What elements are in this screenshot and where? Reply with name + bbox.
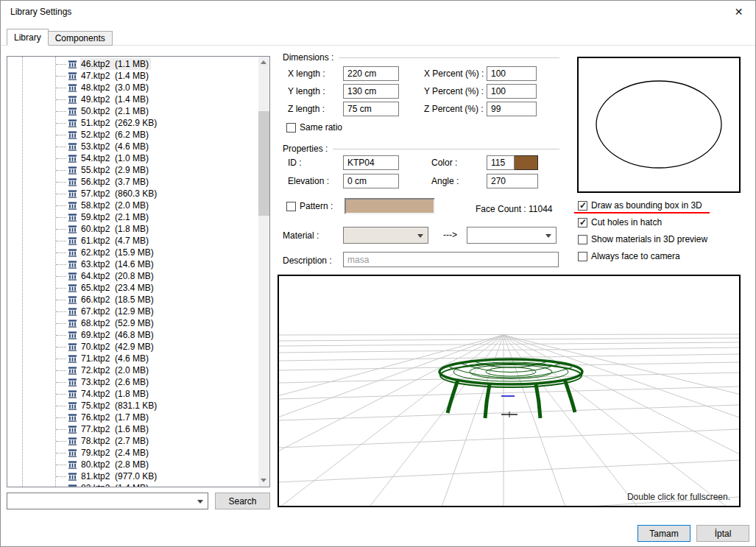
3d-preview-viewport[interactable]: Double click for fullscreen. bbox=[278, 275, 741, 507]
description-input[interactable] bbox=[343, 252, 559, 267]
tab-components[interactable]: Components bbox=[48, 31, 113, 46]
always-face-camera-label: Always face to camera bbox=[591, 251, 680, 261]
list-item[interactable]: 49.ktp2 (1.4 MB) bbox=[7, 93, 258, 105]
file-label: 64.ktp2 (20.8 MB) bbox=[80, 270, 156, 282]
list-item[interactable]: 59.ktp2 (2.1 MB) bbox=[7, 211, 258, 223]
scrollbar-thumb[interactable] bbox=[258, 111, 269, 216]
search-button[interactable]: Search bbox=[215, 493, 270, 509]
list-item[interactable]: 68.ktp2 (52.9 MB) bbox=[7, 317, 258, 329]
list-item[interactable]: 71.ktp2 (4.6 MB) bbox=[7, 353, 258, 364]
file-label: 67.ktp2 (12.9 MB) bbox=[80, 306, 156, 317]
z-length-input[interactable] bbox=[343, 102, 399, 116]
list-scrollbar[interactable] bbox=[258, 57, 269, 487]
cancel-button[interactable]: İptal bbox=[696, 525, 749, 542]
list-item[interactable]: 54.ktp2 (1.0 MB) bbox=[7, 152, 258, 164]
model-file-icon bbox=[68, 331, 77, 340]
checkbox-box[interactable] bbox=[286, 202, 296, 211]
file-size: (4.6 MB) bbox=[115, 353, 149, 364]
x-length-input[interactable] bbox=[343, 66, 399, 81]
list-item[interactable]: 46.ktp2 (1.1 MB) bbox=[7, 58, 258, 70]
chevron-down-icon bbox=[197, 500, 203, 504]
file-name: 67.ktp2 bbox=[81, 306, 115, 317]
list-item[interactable]: 74.ktp2 (1.8 MB) bbox=[7, 388, 258, 400]
id-input[interactable] bbox=[343, 155, 399, 170]
show-materials-checkbox[interactable]: Show materials in 3D preview bbox=[578, 233, 707, 245]
material-source-dropdown[interactable]: rattan1 bbox=[343, 227, 428, 244]
list-item[interactable]: 51.ktp2 (262.9 KB) bbox=[7, 117, 258, 129]
list-item[interactable]: 72.ktp2 (2.0 MB) bbox=[7, 364, 258, 376]
list-item[interactable]: 63.ktp2 (14.6 MB) bbox=[7, 258, 258, 270]
list-item[interactable]: 66.ktp2 (18.5 MB) bbox=[7, 294, 258, 306]
model-file-icon bbox=[68, 95, 77, 105]
list-item[interactable]: 70.ktp2 (42.9 MB) bbox=[7, 341, 258, 353]
list-item[interactable]: 57.ktp2 (860.3 KB) bbox=[7, 188, 258, 200]
file-list[interactable]: 46.ktp2 (1.1 MB) 47.ktp2 (1.4 MB) bbox=[7, 56, 270, 487]
always-face-camera-checkbox[interactable]: Always face to camera bbox=[578, 250, 680, 262]
checkbox-box[interactable] bbox=[578, 235, 587, 244]
close-button[interactable]: ✕ bbox=[722, 1, 755, 23]
y-percent-input[interactable] bbox=[487, 84, 537, 99]
pattern-swatch[interactable] bbox=[345, 198, 435, 214]
checkbox-box[interactable] bbox=[578, 201, 587, 211]
checkbox-box[interactable] bbox=[286, 123, 296, 133]
material-target-dropdown[interactable]: rattan1 bbox=[467, 227, 557, 244]
list-item[interactable]: 82.ktp2 (1.4 MB) bbox=[7, 482, 258, 487]
list-item[interactable]: 73.ktp2 (2.6 MB) bbox=[7, 376, 258, 388]
file-size: (2.8 MB) bbox=[115, 459, 149, 470]
file-size: (6.2 MB) bbox=[115, 130, 149, 140]
file-label: 54.ktp2 (1.0 MB) bbox=[80, 152, 151, 164]
file-label: 50.ktp2 (2.1 MB) bbox=[80, 105, 151, 117]
color-field[interactable]: 115 bbox=[487, 155, 538, 170]
scroll-up-icon[interactable] bbox=[258, 57, 269, 68]
list-item[interactable]: 50.ktp2 (2.1 MB) bbox=[7, 105, 258, 117]
list-item[interactable]: 58.ktp2 (2.0 MB) bbox=[7, 200, 258, 211]
list-item[interactable]: 55.ktp2 (2.9 MB) bbox=[7, 164, 258, 176]
list-item[interactable]: 67.ktp2 (12.9 MB) bbox=[7, 306, 258, 317]
properties-group-label: Properties : bbox=[283, 144, 328, 154]
checkbox-box[interactable] bbox=[578, 218, 587, 227]
list-item[interactable]: 79.ktp2 (2.4 MB) bbox=[7, 447, 258, 459]
list-item[interactable]: 52.ktp2 (6.2 MB) bbox=[7, 129, 258, 141]
list-item[interactable]: 62.ktp2 (15.9 MB) bbox=[7, 247, 258, 258]
list-item[interactable]: 64.ktp2 (20.8 MB) bbox=[7, 270, 258, 282]
pattern-checkbox[interactable]: Pattern : bbox=[286, 200, 333, 212]
same-ratio-checkbox[interactable]: Same ratio bbox=[286, 121, 342, 133]
list-item[interactable]: 76.ktp2 (1.7 MB) bbox=[7, 412, 258, 423]
list-item[interactable]: 56.ktp2 (3.7 MB) bbox=[7, 176, 258, 188]
checkbox-box[interactable] bbox=[578, 252, 587, 261]
description-label: Description : bbox=[283, 253, 332, 268]
list-item[interactable]: 60.ktp2 (1.8 MB) bbox=[7, 223, 258, 235]
scroll-down-icon[interactable] bbox=[258, 475, 269, 487]
elevation-input[interactable] bbox=[343, 174, 399, 188]
angle-input[interactable] bbox=[487, 174, 538, 188]
z-percent-input[interactable] bbox=[487, 102, 537, 116]
list-item[interactable]: 77.ktp2 (1.6 MB) bbox=[7, 423, 258, 435]
draw-bounding-box-label: Draw as bounding box in 3D bbox=[591, 200, 702, 211]
list-item[interactable]: 80.ktp2 (2.8 MB) bbox=[7, 459, 258, 470]
file-name: 80.ktp2 bbox=[81, 459, 115, 470]
list-item[interactable]: 61.ktp2 (4.7 MB) bbox=[7, 235, 258, 247]
x-percent-input[interactable] bbox=[487, 66, 537, 81]
color-swatch[interactable] bbox=[515, 155, 538, 170]
list-item[interactable]: 78.ktp2 (2.7 MB) bbox=[7, 435, 258, 447]
list-item[interactable]: 53.ktp2 (4.6 MB) bbox=[7, 141, 258, 152]
list-item[interactable]: 47.ktp2 (1.4 MB) bbox=[7, 70, 258, 82]
list-item[interactable]: 81.ktp2 (977.0 KB) bbox=[7, 470, 258, 482]
file-name: 64.ktp2 bbox=[81, 271, 115, 281]
list-item[interactable]: 65.ktp2 (23.4 MB) bbox=[7, 282, 258, 294]
file-rows: 46.ktp2 (1.1 MB) 47.ktp2 (1.4 MB) bbox=[7, 58, 258, 487]
list-item[interactable]: 48.ktp2 (3.0 MB) bbox=[7, 82, 258, 93]
group-divider bbox=[333, 149, 559, 149]
color-number[interactable]: 115 bbox=[487, 155, 515, 170]
list-item[interactable]: 75.ktp2 (831.1 KB) bbox=[7, 400, 258, 412]
file-selector-dropdown[interactable]: 46.ktp2 (1.1 mb) bbox=[7, 493, 208, 509]
face-count-label: Face Count : bbox=[476, 202, 526, 216]
y-length-input[interactable] bbox=[343, 84, 399, 99]
ok-button[interactable]: Tamam bbox=[637, 525, 690, 542]
cut-holes-checkbox[interactable]: Cut holes in hatch bbox=[578, 216, 662, 228]
draw-bounding-box-checkbox[interactable]: Draw as bounding box in 3D bbox=[578, 200, 702, 211]
list-item[interactable]: 69.ktp2 (46.8 MB) bbox=[7, 329, 258, 341]
file-label: 46.ktp2 (1.1 MB) bbox=[80, 58, 151, 70]
tab-library[interactable]: Library bbox=[7, 29, 49, 46]
file-name: 71.ktp2 bbox=[81, 353, 115, 364]
